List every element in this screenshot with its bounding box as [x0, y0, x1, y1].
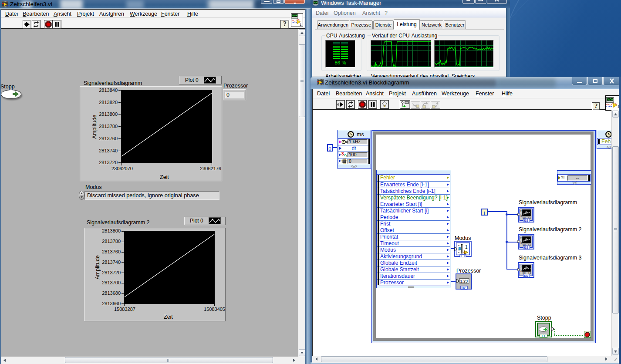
svg-text:I32: I32 — [524, 274, 528, 277]
svg-text:I32: I32 — [524, 246, 528, 249]
svg-text:2: 2 — [520, 210, 522, 212]
svg-text:I32: I32 — [524, 219, 528, 222]
svg-text:1: 1 — [300, 23, 302, 26]
svg-text:2: 2 — [520, 265, 522, 268]
svg-text:1: 1 — [465, 245, 468, 249]
svg-text:1.23: 1.23 — [460, 279, 468, 283]
svg-text:0: 0 — [520, 215, 522, 217]
svg-text:0: 0 — [520, 270, 522, 273]
svg-text:0: 0 — [520, 242, 522, 244]
svg-text:I32: I32 — [462, 286, 466, 290]
svg-text:2: 2 — [520, 237, 522, 239]
